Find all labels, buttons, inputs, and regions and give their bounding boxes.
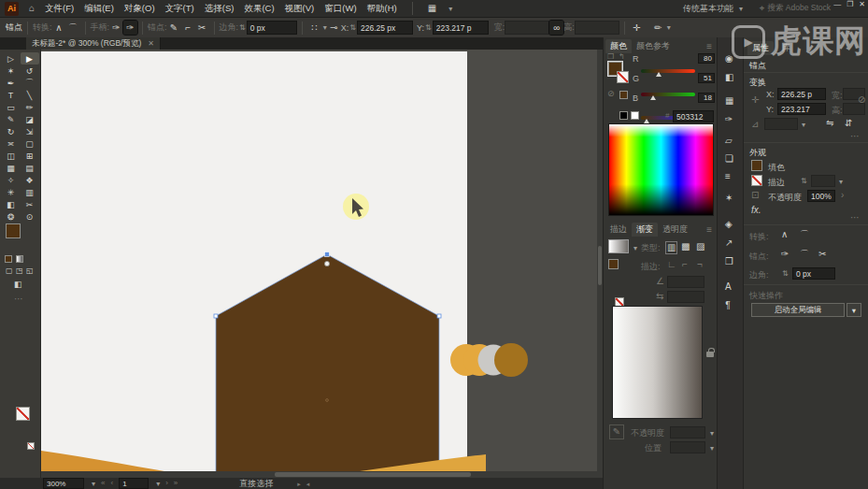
g-slider-handle[interactable] bbox=[650, 95, 656, 100]
anchor-point-apex[interactable] bbox=[325, 252, 330, 257]
stroke-color-swatch[interactable] bbox=[617, 71, 629, 83]
swap-colors-icon[interactable]: ↰ bbox=[619, 53, 625, 61]
aspect-ratio-field[interactable] bbox=[667, 291, 704, 303]
stroke-weight-field[interactable] bbox=[811, 175, 835, 187]
white-swatch[interactable] bbox=[631, 111, 639, 120]
tab-color-guide[interactable]: 颜色参考 bbox=[632, 39, 675, 53]
r-value-field[interactable]: 80 bbox=[698, 53, 715, 64]
menu-type[interactable]: 文字(T) bbox=[165, 3, 194, 15]
mesh-tool[interactable]: ▦ bbox=[2, 162, 21, 174]
fill-color-swatch[interactable] bbox=[6, 223, 21, 238]
menu-view[interactable]: 视图(V) bbox=[285, 3, 315, 15]
gradient-angle-field[interactable] bbox=[667, 276, 704, 288]
menu-file[interactable]: 文件(F) bbox=[45, 3, 74, 15]
broken-link-icon[interactable]: ⊘ bbox=[858, 95, 865, 105]
layers-icon[interactable]: ◈ bbox=[725, 220, 733, 229]
pen-tool[interactable]: ✒ bbox=[2, 77, 21, 89]
stock-search[interactable]: ⌖ 搜索 Adobe Stock bbox=[760, 3, 831, 14]
maximize-button[interactable]: ❐ bbox=[847, 1, 853, 8]
scroll-right-icon[interactable]: ▸ bbox=[297, 481, 301, 487]
x-field[interactable]: 226.25 p bbox=[777, 88, 826, 100]
add-anchor-icon[interactable]: ✑ bbox=[781, 250, 789, 259]
curvature-tool[interactable]: ⌒ bbox=[21, 77, 39, 89]
gradient-preview[interactable] bbox=[612, 306, 703, 419]
lasso-tool[interactable]: ↺ bbox=[21, 65, 39, 77]
more-options-icon[interactable]: ⋯ bbox=[850, 213, 860, 223]
vertical-scrollbar-thumb[interactable] bbox=[598, 246, 602, 285]
stepper-icon[interactable]: ⇅ bbox=[239, 23, 246, 32]
symbol-sprayer-tool[interactable]: ✳ bbox=[2, 186, 21, 198]
g-slider[interactable] bbox=[641, 93, 695, 96]
reference-point-icon[interactable]: ✛ bbox=[751, 95, 759, 105]
workspace-switcher[interactable]: 传统基本功能 ▾ bbox=[683, 3, 743, 15]
arrange-documents-icon[interactable]: ▦ bbox=[428, 4, 436, 13]
constrain-link-icon[interactable]: ∞ bbox=[549, 21, 563, 35]
stroke-along-icon[interactable]: ⌐ bbox=[682, 260, 688, 269]
rotate-angle-field[interactable] bbox=[764, 118, 798, 130]
stroke-within-icon[interactable]: ∟ bbox=[667, 260, 676, 269]
brushes-icon[interactable]: ✑ bbox=[725, 115, 733, 124]
stroke-icon[interactable]: ≡ bbox=[725, 172, 731, 181]
r-slider[interactable] bbox=[641, 69, 695, 73]
panel-menu-icon[interactable]: ≡ bbox=[706, 225, 716, 235]
r-slider-handle[interactable] bbox=[656, 72, 662, 77]
screen-mode-icon[interactable]: ◧ bbox=[14, 280, 22, 289]
close-tab-icon[interactable]: ✕ bbox=[148, 39, 154, 48]
transform-icon[interactable]: ✛ bbox=[630, 21, 644, 35]
gradient-opacity-field[interactable] bbox=[670, 426, 705, 439]
character-icon[interactable]: A bbox=[725, 282, 732, 292]
links-icon[interactable]: ❒ bbox=[725, 257, 733, 266]
gradient-location-field[interactable] bbox=[670, 441, 705, 453]
column-graph-tool[interactable]: ▥ bbox=[21, 186, 39, 198]
fill-mini-swatch[interactable] bbox=[608, 259, 619, 269]
minimize-button[interactable]: — bbox=[833, 1, 841, 8]
draw-inside-icon[interactable]: ◱ bbox=[26, 267, 34, 275]
color-spectrum[interactable] bbox=[608, 123, 714, 216]
blend-tool[interactable]: ❖ bbox=[21, 174, 39, 186]
gradient-thumbnail[interactable] bbox=[608, 239, 629, 253]
flip-horizontal-icon[interactable]: ⇋ bbox=[826, 119, 833, 128]
app-logo-icon[interactable]: Ai bbox=[5, 2, 19, 16]
canvas-area[interactable] bbox=[41, 50, 603, 478]
horizontal-scrollbar-thumb[interactable] bbox=[275, 472, 471, 477]
grid-options-icon[interactable]: ∷ bbox=[307, 21, 321, 35]
artboard-number-field[interactable]: 1 bbox=[119, 478, 149, 489]
eraser-tool[interactable]: ◪ bbox=[21, 113, 39, 125]
chevron-down-icon[interactable]: ▾ bbox=[92, 480, 95, 488]
fx-button[interactable]: fx. bbox=[751, 206, 761, 215]
menu-object[interactable]: 对象(O) bbox=[124, 3, 155, 15]
type-tool[interactable]: T bbox=[2, 89, 21, 101]
last-artboard-icon[interactable]: » bbox=[174, 480, 178, 487]
add-anchor-icon[interactable]: ✎ bbox=[167, 21, 181, 35]
free-transform-tool[interactable]: ▢ bbox=[21, 137, 39, 150]
stroke-color-swatch[interactable] bbox=[16, 407, 30, 421]
global-edit-dropdown[interactable]: ▾ bbox=[847, 303, 861, 317]
stroke-across-icon[interactable]: ¬ bbox=[697, 260, 703, 269]
edit-toolbar-icon[interactable]: ⋯ bbox=[14, 295, 23, 304]
radial-gradient-icon[interactable]: ▩ bbox=[680, 241, 690, 252]
remove-anchor-icon[interactable]: ⌒ bbox=[800, 250, 809, 259]
last-color-swatch[interactable] bbox=[619, 91, 628, 99]
global-edit-button[interactable]: 启动全局编辑 bbox=[751, 303, 845, 317]
stepper-icon[interactable]: ⇅ bbox=[425, 23, 432, 32]
pencil-tool[interactable]: ✎ bbox=[2, 113, 21, 125]
more-options-icon[interactable]: ⋯ bbox=[850, 132, 860, 141]
flip-vertical-icon[interactable]: ⇵ bbox=[845, 119, 852, 128]
b-value-field[interactable]: 18 bbox=[698, 93, 715, 103]
circle-dark[interactable] bbox=[494, 343, 528, 377]
stroke-color-swatch[interactable] bbox=[751, 175, 762, 186]
pathfinder-icon[interactable]: ❏ bbox=[725, 154, 733, 164]
rotate-tool[interactable]: ↻ bbox=[2, 125, 21, 137]
width-field[interactable] bbox=[505, 21, 549, 35]
color-mode-button[interactable] bbox=[5, 255, 12, 263]
shape-builder-tool[interactable]: ◫ bbox=[2, 150, 21, 162]
artboard-tool[interactable]: ◧ bbox=[2, 198, 21, 210]
zoom-tool[interactable]: ⊙ bbox=[21, 210, 39, 223]
hex-field[interactable]: 503312 bbox=[673, 110, 714, 122]
stepper-icon[interactable]: ⇅ bbox=[349, 23, 356, 32]
cut-path-icon[interactable]: ✂ bbox=[818, 250, 826, 259]
convert-smooth-icon[interactable]: ⌒ bbox=[800, 230, 809, 239]
tab-properties[interactable]: 属性 bbox=[747, 41, 774, 55]
selection-tool[interactable]: ▷ bbox=[2, 52, 21, 65]
magic-wand-tool[interactable]: ✶ bbox=[2, 65, 21, 77]
